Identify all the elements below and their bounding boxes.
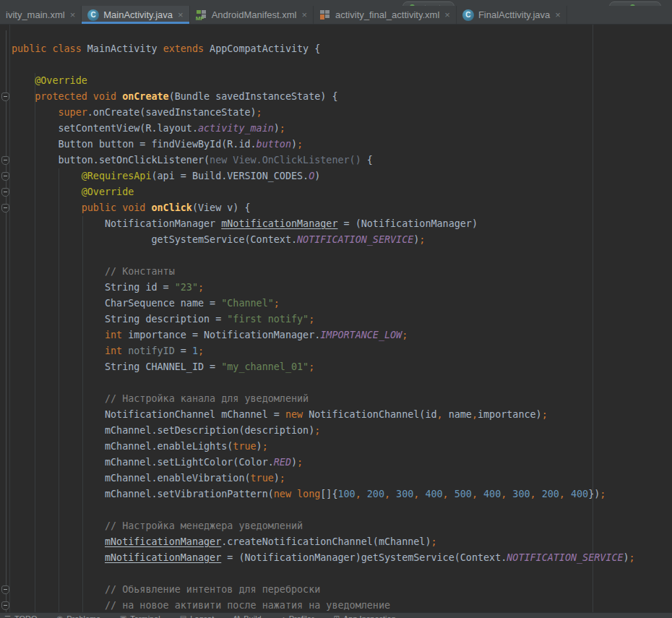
tab-activity-final-acttivity-xml[interactable]: activity_final_acttivity.xml× — [314, 6, 457, 24]
tab-androidmanifest-xml[interactable]: MFAndroidManifest.xml× — [190, 6, 314, 24]
code-line: mNotificationManager = (NotificationMana… — [0, 550, 672, 566]
tool-window-button-app-inspection[interactable]: ⊞App Inspection — [334, 614, 396, 618]
manifest-file-icon: MF — [196, 9, 207, 21]
code-line: protected void onCreate(Bundle savedInst… — [0, 89, 672, 105]
tool-window-button-todo[interactable]: ☰TODO — [4, 614, 38, 618]
todo-icon: ☰ — [4, 614, 11, 618]
code-line: // на новое активити после нажатия на ув… — [0, 598, 672, 612]
code-line — [0, 566, 672, 582]
code-line: mChannel.setDescription(description); — [0, 423, 672, 439]
tool-window-label: Problems — [66, 614, 100, 618]
app-inspection-icon: ⊞ — [334, 614, 340, 618]
code-line: setContentView(R.layout.activity_main); — [0, 121, 672, 137]
ide-window: ivity_main.xml×CMainActivity.java×MFAndr… — [0, 0, 672, 618]
code-line: Button button = findViewById(R.id.button… — [0, 137, 672, 153]
tool-window-label: Logcat — [190, 614, 214, 618]
class-file-icon: C — [462, 9, 474, 21]
code-line: NotificationManager mNotificationManager… — [0, 216, 672, 232]
tab-label: FinalActtivity.java — [478, 9, 550, 20]
code-line — [0, 57, 672, 73]
class-file-icon: C — [87, 9, 99, 21]
tab-label: AndroidManifest.xml — [212, 9, 297, 20]
close-tab-icon[interactable]: × — [444, 10, 450, 20]
tab-label: ivity_main.xml — [6, 9, 65, 20]
code-line: // Настройка менеджера уведомлений — [0, 518, 672, 534]
tool-window-bar: ☰TODO◉Problems▣Terminal▤Logcat⚒Build◔Pro… — [0, 612, 672, 618]
code-line: NotificationChannel mChannel = new Notif… — [0, 407, 672, 423]
code-line: mNotificationManager.createNotificationC… — [0, 534, 672, 550]
tool-window-button-profiler[interactable]: ◔Profiler — [281, 614, 314, 618]
tool-window-label: Build — [244, 614, 261, 618]
tool-window-button-logcat[interactable]: ▤Logcat — [180, 614, 214, 618]
code-line: public void onClick(View v) { — [0, 200, 672, 216]
code-line: getSystemService(Context.NOTIFICATION_SE… — [0, 232, 672, 248]
tool-window-label: TODO — [14, 614, 38, 618]
tab-mainactivity-java[interactable]: CMainActivity.java× — [82, 6, 189, 24]
editor-tab-bar: ivity_main.xml×CMainActivity.java×MFAndr… — [0, 6, 672, 25]
code-line: // Настройка канала для уведомлений — [0, 391, 672, 407]
code-line: @RequiresApi(api = Build.VERSION_CODES.O… — [0, 168, 672, 184]
code-editor[interactable]: public class MainActivity extends AppCom… — [0, 25, 672, 612]
tab-label: activity_final_acttivity.xml — [335, 9, 439, 20]
code-line: button.setOnClickListener(new View.OnCli… — [0, 153, 672, 168]
tab-ivity-main-xml[interactable]: ivity_main.xml× — [0, 6, 82, 24]
code-line: String description = "first notify"; — [0, 312, 672, 327]
close-tab-icon[interactable]: × — [70, 10, 76, 20]
tool-window-button-problems[interactable]: ◉Problems — [57, 614, 100, 618]
tool-window-label: Profiler — [289, 614, 314, 618]
logcat-icon: ▤ — [180, 614, 186, 618]
code-line: // Константы — [0, 264, 672, 280]
code-line: mChannel.setVibrationPattern(new long[]{… — [0, 486, 672, 502]
code-line — [0, 248, 672, 264]
tool-window-label: App Inspection — [343, 614, 396, 618]
profiler-icon: ◔ — [281, 614, 285, 618]
code-line: String id = "23"; — [0, 280, 672, 296]
code-line: public class MainActivity extends AppCom… — [0, 41, 672, 57]
code-line: @Override — [0, 73, 672, 89]
code-line: CharSequence name = "Channel"; — [0, 296, 672, 312]
code-line — [0, 375, 672, 391]
code-line: mChannel.enableLights(true); — [0, 439, 672, 455]
build-icon: ⚒ — [233, 614, 240, 618]
close-tab-icon[interactable]: × — [301, 10, 307, 20]
tab-label: MainActivity.java — [103, 9, 173, 20]
code-line: @Override — [0, 184, 672, 200]
tab-finalacttivity-java[interactable]: CFinalActtivity.java× — [457, 6, 567, 24]
code-line: int importance = NotificationManager.IMP… — [0, 327, 672, 343]
code-line: mChannel.setLightColor(Color.RED); — [0, 455, 672, 471]
tool-window-label: Terminal — [130, 614, 160, 618]
tool-window-button-build[interactable]: ⚒Build — [233, 614, 261, 618]
tool-window-button-terminal[interactable]: ▣Terminal — [120, 614, 160, 618]
code-line: super.onCreate(savedInstanceState); — [0, 105, 672, 121]
problems-icon: ◉ — [57, 614, 64, 618]
close-tab-icon[interactable]: × — [555, 10, 561, 20]
terminal-icon: ▣ — [120, 614, 126, 618]
code-area: public class MainActivity extends AppCom… — [0, 41, 672, 612]
tool-window-buttons: ☰TODO◉Problems▣Terminal▤Logcat⚒Build◔Pro… — [0, 613, 672, 618]
code-line: String CHANNEL_ID = "my_channel_01"; — [0, 359, 672, 375]
layout-file-icon — [319, 9, 331, 21]
code-line — [0, 502, 672, 518]
code-line: mChannel.enableVibration(true); — [0, 471, 672, 486]
close-tab-icon[interactable]: × — [178, 10, 184, 20]
code-line: // Обьявление интентов для переброски — [0, 582, 672, 598]
code-line: int notifyID = 1; — [0, 343, 672, 359]
